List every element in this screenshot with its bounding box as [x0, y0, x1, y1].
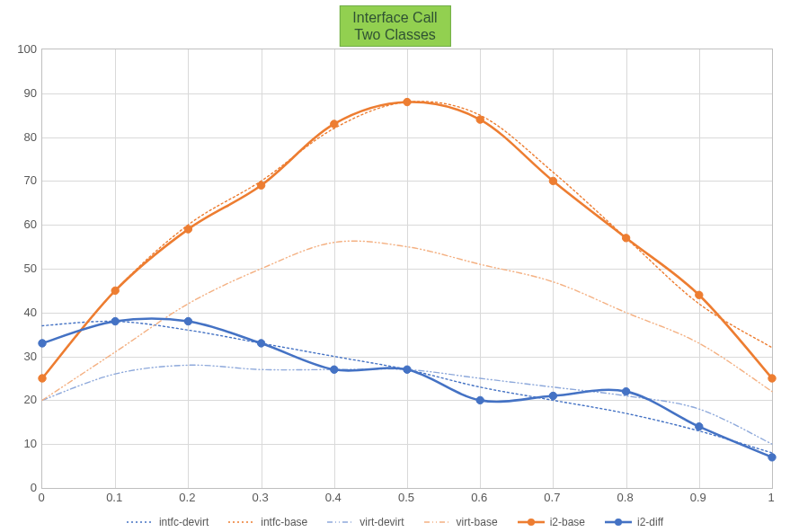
- series-marker-i2-base: [768, 375, 776, 382]
- x-tick-label: 0.3: [243, 491, 279, 504]
- series-marker-i2-diff: [549, 392, 556, 399]
- series-marker-i2-base: [39, 375, 46, 382]
- legend-swatch: [127, 516, 154, 528]
- chart-title-box: Interface Call Two Classes: [339, 5, 450, 47]
- svg-point-7: [615, 519, 622, 526]
- series-marker-i2-base: [111, 287, 119, 294]
- chart-svg: [42, 49, 772, 488]
- y-tick-label: 80: [6, 129, 37, 143]
- plot-area: [41, 49, 773, 489]
- series-marker-i2-diff: [768, 454, 776, 461]
- legend-label: virt-devirt: [359, 516, 404, 528]
- y-tick-label: 70: [6, 173, 37, 187]
- series-marker-i2-diff: [257, 340, 264, 347]
- y-tick-label: 50: [6, 262, 37, 275]
- legend-swatch: [424, 516, 451, 528]
- y-tick-label: 30: [6, 349, 37, 362]
- series-marker-i2-diff: [404, 366, 411, 373]
- chart-title-line1: Interface Call: [352, 9, 437, 26]
- series-marker-i2-base: [331, 120, 338, 128]
- series-line-i2-base: [42, 102, 772, 378]
- x-tick-label: 0.8: [608, 491, 644, 504]
- y-tick-label: 90: [6, 85, 37, 99]
- series-marker-i2-diff: [331, 366, 338, 373]
- series-marker-i2-base: [696, 291, 703, 298]
- legend-swatch: [228, 516, 255, 528]
- x-tick-label: 1: [753, 491, 789, 504]
- y-tick-label: 40: [6, 305, 37, 318]
- legend-label: virt-base: [457, 516, 498, 528]
- y-tick-label: 20: [6, 393, 37, 406]
- x-tick-label: 0: [23, 491, 59, 504]
- x-tick-label: 0.6: [461, 491, 497, 504]
- y-tick-label: 10: [6, 437, 37, 450]
- series-marker-i2-diff: [111, 317, 119, 324]
- x-tick-label: 0.9: [680, 491, 716, 504]
- series-marker-i2-diff: [622, 387, 629, 395]
- chart-title-line2: Two Classes: [352, 26, 437, 43]
- svg-point-5: [528, 519, 535, 526]
- legend-label: intfc-devirt: [159, 516, 209, 528]
- x-tick-label: 0.1: [96, 491, 132, 504]
- legend: intfc-devirtintfc-basevirt-devirtvirt-ba…: [0, 516, 790, 528]
- series-line-virt-devirt: [42, 365, 772, 444]
- series-marker-i2-diff: [184, 317, 191, 324]
- y-tick-label: 100: [6, 42, 37, 56]
- series-line-intfc-base: [42, 102, 772, 378]
- x-tick-label: 0.5: [388, 491, 424, 504]
- legend-item-i2-base: i2-base: [518, 516, 585, 528]
- chart-container: Interface Call Two Classes 0102030405060…: [0, 0, 790, 532]
- x-tick-label: 0.2: [169, 491, 205, 504]
- legend-label: i2-diff: [637, 516, 663, 528]
- legend-label: intfc-base: [261, 516, 307, 528]
- series-line-i2-diff: [42, 319, 772, 457]
- series-marker-i2-diff: [476, 396, 484, 403]
- legend-swatch: [327, 516, 354, 528]
- series-marker-i2-base: [476, 116, 484, 123]
- series-marker-i2-diff: [696, 422, 703, 430]
- series-marker-i2-diff: [39, 340, 46, 347]
- legend-item-intfc-base: intfc-base: [228, 516, 307, 528]
- x-tick-label: 0.7: [534, 491, 570, 504]
- x-tick-label: 0.4: [315, 491, 351, 504]
- series-marker-i2-base: [257, 182, 264, 189]
- series-marker-i2-base: [549, 177, 556, 184]
- legend-swatch: [518, 516, 545, 528]
- series-marker-i2-base: [184, 226, 191, 233]
- series-marker-i2-base: [622, 235, 629, 242]
- legend-item-virt-base: virt-base: [424, 516, 498, 528]
- series-line-intfc-devirt: [42, 321, 772, 452]
- legend-swatch: [605, 516, 632, 528]
- y-tick-label: 60: [6, 217, 37, 231]
- series-marker-i2-base: [404, 98, 411, 105]
- legend-item-intfc-devirt: intfc-devirt: [127, 516, 209, 528]
- legend-label: i2-base: [550, 516, 585, 528]
- legend-item-i2-diff: i2-diff: [605, 516, 663, 528]
- legend-item-virt-devirt: virt-devirt: [327, 516, 404, 528]
